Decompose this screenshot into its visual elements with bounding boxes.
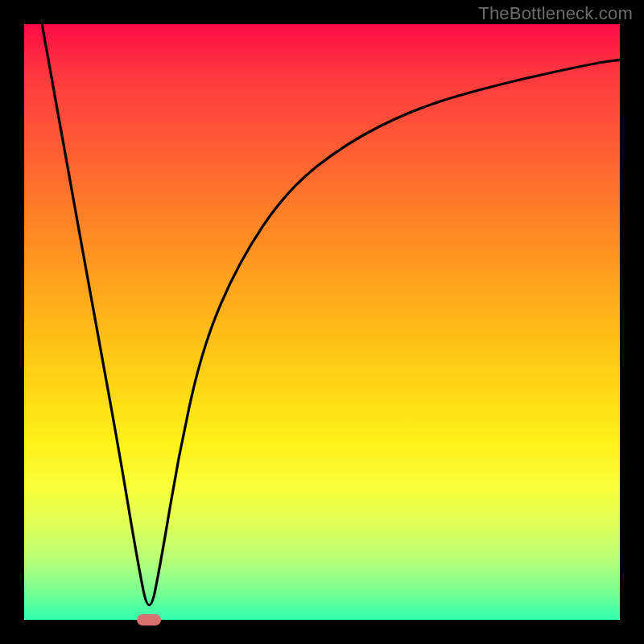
chart-frame: TheBottleneck.com xyxy=(0,0,644,644)
plot-area xyxy=(24,24,620,620)
minimum-marker xyxy=(137,614,161,625)
bottleneck-curve xyxy=(24,24,620,620)
watermark-text: TheBottleneck.com xyxy=(478,3,633,24)
